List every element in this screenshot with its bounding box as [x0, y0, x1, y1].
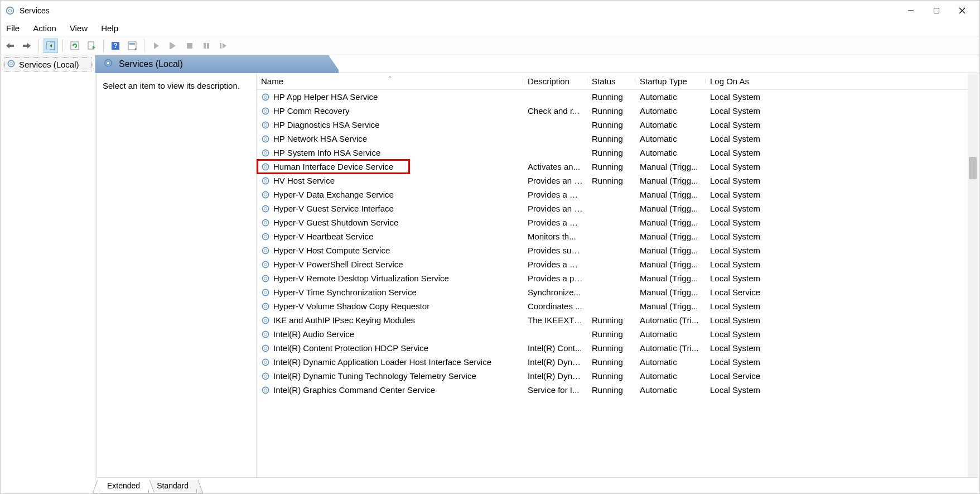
service-startup-type: Automatic: [635, 385, 706, 395]
service-startup-type: Manual (Trigg...: [635, 176, 706, 185]
menu-view[interactable]: View: [70, 23, 88, 33]
tab-standard[interactable]: Standard: [148, 480, 197, 493]
scrollbar-track[interactable]: [968, 73, 978, 477]
export-list-button[interactable]: [84, 39, 99, 53]
menu-action[interactable]: Action: [33, 23, 56, 33]
gear-icon: [261, 218, 270, 227]
service-description: Provides an i...: [523, 204, 587, 213]
service-startup-type: Automatic: [635, 134, 706, 143]
service-name: HV Host Service: [273, 176, 335, 185]
scrollbar-thumb[interactable]: [969, 157, 977, 179]
tree-root-services-local[interactable]: Services (Local): [4, 57, 91, 71]
column-header-startup[interactable]: Startup Type: [635, 76, 706, 86]
svg-rect-13: [71, 42, 79, 50]
content-header-tab: Services (Local): [95, 55, 341, 73]
column-header-description[interactable]: Description: [523, 76, 587, 86]
service-name-cell: Hyper-V PowerShell Direct Service: [257, 260, 523, 269]
service-description: Intel(R) Dyna...: [523, 371, 587, 381]
service-name: Intel(R) Audio Service: [273, 329, 354, 339]
service-row[interactable]: Hyper-V Remote Desktop Virtualization Se…: [257, 271, 968, 285]
show-hide-tree-button[interactable]: [44, 39, 58, 53]
menu-file[interactable]: File: [6, 23, 20, 33]
service-name: Hyper-V Time Synchronization Service: [273, 287, 417, 297]
column-header-logon[interactable]: Log On As: [706, 76, 851, 86]
service-name: Hyper-V PowerShell Direct Service: [273, 260, 403, 269]
help-button[interactable]: ?: [108, 39, 123, 53]
service-row[interactable]: HP Comm RecoveryCheck and r...RunningAut…: [257, 104, 968, 118]
gear-icon: [261, 162, 270, 171]
start-service-button[interactable]: [149, 39, 163, 53]
close-button[interactable]: [949, 2, 975, 20]
service-name-cell: Hyper-V Guest Service Interface: [257, 204, 523, 213]
service-row[interactable]: Hyper-V Volume Shadow Copy RequestorCoor…: [257, 299, 968, 313]
service-logon-as: Local Service: [706, 371, 851, 381]
sort-ascending-icon: ⌃: [388, 76, 392, 81]
service-name: Intel(R) Graphics Command Center Service: [273, 385, 435, 395]
service-name-cell: Hyper-V Remote Desktop Virtualization Se…: [257, 274, 523, 283]
refresh-button[interactable]: [67, 39, 82, 53]
service-row[interactable]: HP Network HSA ServiceRunningAutomaticLo…: [257, 132, 968, 146]
service-row[interactable]: HP Diagnostics HSA ServiceRunningAutomat…: [257, 118, 968, 132]
service-row[interactable]: Intel(R) Graphics Command Center Service…: [257, 383, 968, 397]
toolbar-separator: [62, 40, 63, 52]
toolbar: ?: [1, 36, 979, 55]
back-button[interactable]: [3, 39, 17, 53]
service-name-cell: HP System Info HSA Service: [257, 148, 523, 157]
service-startup-type: Manual (Trigg...: [635, 218, 706, 227]
service-startup-type: Manual (Trigg...: [635, 232, 706, 241]
service-description: Service for I...: [523, 385, 587, 395]
svg-point-49: [264, 193, 267, 196]
service-row[interactable]: Hyper-V Host Compute ServiceProvides sup…: [257, 243, 968, 257]
gear-icon: [261, 386, 270, 395]
svg-point-47: [264, 179, 267, 182]
forward-button[interactable]: [20, 39, 34, 53]
svg-marker-12: [50, 44, 52, 47]
service-startup-type: Manual (Trigg...: [635, 190, 706, 199]
gear-icon: [261, 260, 270, 269]
service-row[interactable]: Human Interface Device ServiceActivates …: [257, 160, 968, 174]
service-row[interactable]: HP App Helper HSA ServiceRunningAutomati…: [257, 90, 968, 104]
service-row[interactable]: HP System Info HSA ServiceRunningAutomat…: [257, 146, 968, 160]
service-row[interactable]: Hyper-V Heartbeat ServiceMonitors th...M…: [257, 229, 968, 243]
service-status: Running: [587, 385, 635, 395]
service-row[interactable]: Intel(R) Dynamic Application Loader Host…: [257, 355, 968, 369]
tab-extended[interactable]: Extended: [99, 480, 148, 493]
service-status: Running: [587, 315, 635, 325]
stop-service-button[interactable]: [166, 39, 180, 53]
menu-help[interactable]: Help: [101, 23, 118, 33]
service-row[interactable]: Hyper-V Guest Shutdown ServiceProvides a…: [257, 215, 968, 229]
list-body[interactable]: HP App Helper HSA ServiceRunningAutomati…: [257, 90, 968, 477]
svg-point-55: [264, 235, 267, 238]
service-row[interactable]: Hyper-V PowerShell Direct ServiceProvide…: [257, 257, 968, 271]
properties-button[interactable]: [125, 39, 139, 53]
column-header-name[interactable]: Name ⌃: [257, 76, 523, 86]
service-logon-as: Local System: [706, 120, 851, 130]
stop-button[interactable]: [182, 39, 197, 53]
minimize-button[interactable]: [898, 2, 924, 20]
service-startup-type: Manual (Trigg...: [635, 246, 706, 255]
service-row[interactable]: Intel(R) Audio ServiceRunningAutomaticLo…: [257, 327, 968, 341]
service-name-cell: HP App Helper HSA Service: [257, 92, 523, 102]
service-row[interactable]: IKE and AuthIP IPsec Keying ModulesThe I…: [257, 313, 968, 327]
service-row[interactable]: Intel(R) Dynamic Tuning Technology Telem…: [257, 369, 968, 383]
service-row[interactable]: Hyper-V Guest Service InterfaceProvides …: [257, 202, 968, 215]
content-header: Services (Local): [95, 55, 979, 73]
service-status: Running: [587, 134, 635, 143]
pause-button[interactable]: [199, 39, 214, 53]
maximize-button[interactable]: [924, 2, 949, 20]
restart-button[interactable]: [216, 39, 230, 53]
service-logon-as: Local System: [706, 329, 851, 339]
service-name: IKE and AuthIP IPsec Keying Modules: [273, 315, 415, 325]
service-name-cell: Hyper-V Data Exchange Service: [257, 190, 523, 199]
service-row[interactable]: Hyper-V Data Exchange ServiceProvides a …: [257, 188, 968, 202]
service-name: Hyper-V Guest Service Interface: [273, 204, 394, 213]
service-row[interactable]: Intel(R) Content Protection HDCP Service…: [257, 341, 968, 355]
service-description: Coordinates ...: [523, 301, 587, 311]
service-row[interactable]: HV Host ServiceProvides an i...RunningMa…: [257, 174, 968, 188]
column-header-status[interactable]: Status: [587, 76, 635, 86]
service-row[interactable]: Hyper-V Time Synchronization ServiceSync…: [257, 285, 968, 299]
service-description: Provides a pl...: [523, 274, 587, 283]
svg-rect-9: [23, 45, 28, 47]
service-startup-type: Automatic: [635, 148, 706, 157]
vertical-scrollbar[interactable]: [968, 73, 978, 477]
